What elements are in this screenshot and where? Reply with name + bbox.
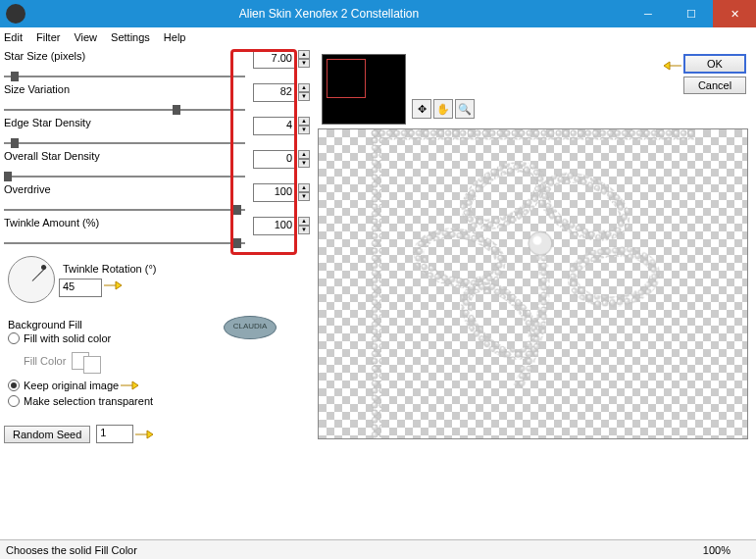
param-slider[interactable] bbox=[4, 142, 245, 144]
radio-make-transparent[interactable]: Make selection transparent bbox=[8, 395, 314, 407]
menu-bar: Edit Filter View Settings Help bbox=[0, 27, 756, 46]
pointer-icon bbox=[662, 58, 683, 74]
minimize-button[interactable]: ─ bbox=[627, 0, 670, 27]
param-input[interactable]: 100 bbox=[253, 183, 296, 202]
param-spinner[interactable]: ▲▼ bbox=[298, 83, 310, 102]
ok-button[interactable]: OK bbox=[683, 54, 746, 74]
param-label: Overall Star Density bbox=[4, 150, 100, 162]
menu-view[interactable]: View bbox=[74, 31, 97, 43]
navigator-panel[interactable] bbox=[322, 54, 406, 125]
param-slider[interactable] bbox=[4, 76, 245, 77]
menu-edit[interactable]: Edit bbox=[4, 31, 23, 43]
svg-point-5 bbox=[535, 166, 633, 247]
preview-panel[interactable] bbox=[318, 128, 748, 439]
pointer-icon bbox=[133, 427, 155, 442]
menu-settings[interactable]: Settings bbox=[111, 31, 150, 43]
svg-point-4 bbox=[457, 155, 550, 236]
param-label: Edge Star Density bbox=[4, 117, 91, 128]
param-input[interactable]: 0 bbox=[253, 150, 296, 169]
hand-tool-icon[interactable]: ✋ bbox=[433, 99, 453, 119]
status-text: Chooses the solid Fill Color bbox=[6, 544, 137, 556]
param-spinner[interactable]: ▲▼ bbox=[298, 50, 310, 69]
random-seed-input[interactable]: 1 bbox=[96, 425, 133, 443]
svg-rect-3 bbox=[372, 129, 695, 140]
param-slider[interactable] bbox=[4, 209, 245, 211]
param-input[interactable]: 4 bbox=[253, 117, 296, 135]
maximize-button[interactable]: ☐ bbox=[670, 0, 713, 27]
param-spinner[interactable]: ▲▼ bbox=[298, 117, 310, 135]
watermark: CLAUDIA bbox=[224, 316, 277, 339]
param-slider[interactable] bbox=[4, 176, 245, 178]
zoom-tool-icon[interactable]: 🔍 bbox=[455, 99, 475, 119]
twinkle-rotation-dial[interactable] bbox=[8, 256, 55, 303]
preview-image bbox=[319, 129, 747, 438]
param-label: Overdrive bbox=[4, 183, 51, 195]
move-tool-icon[interactable]: ✥ bbox=[412, 99, 431, 119]
fill-color-swatch-alt[interactable] bbox=[83, 356, 101, 374]
window-title: Alien Skin Xenofex 2 Constellation bbox=[31, 7, 627, 21]
param-label: Twinkle Amount (%) bbox=[4, 217, 99, 229]
param-label: Size Variation bbox=[4, 83, 70, 95]
app-icon bbox=[6, 4, 25, 24]
close-button[interactable]: ✕ bbox=[713, 0, 756, 27]
param-slider[interactable] bbox=[4, 242, 245, 244]
svg-rect-2 bbox=[372, 129, 382, 438]
svg-point-7 bbox=[571, 248, 657, 305]
cancel-button[interactable]: Cancel bbox=[683, 76, 746, 94]
param-spinner[interactable]: ▲▼ bbox=[298, 150, 310, 169]
param-input[interactable]: 7.00 bbox=[253, 50, 296, 69]
param-spinner[interactable]: ▲▼ bbox=[298, 183, 310, 202]
param-label: Star Size (pixels) bbox=[4, 50, 85, 62]
param-input[interactable]: 82 bbox=[253, 83, 296, 102]
param-input[interactable]: 100 bbox=[253, 217, 296, 235]
menu-filter[interactable]: Filter bbox=[36, 31, 60, 43]
svg-point-6 bbox=[415, 228, 504, 289]
param-spinner[interactable]: ▲▼ bbox=[298, 217, 310, 235]
twinkle-rotation-label: Twinkle Rotation (°) bbox=[63, 263, 157, 275]
fill-color-label: Fill Color bbox=[24, 355, 66, 367]
svg-point-10 bbox=[533, 236, 542, 245]
pointer-icon bbox=[102, 278, 124, 293]
random-seed-button[interactable]: Random Seed bbox=[4, 426, 90, 443]
status-zoom: 100% bbox=[703, 544, 731, 556]
radio-keep-original[interactable]: Keep original image bbox=[8, 378, 314, 393]
param-slider[interactable] bbox=[4, 109, 245, 111]
menu-help[interactable]: Help bbox=[164, 31, 186, 43]
twinkle-rotation-input[interactable]: 45 bbox=[59, 279, 102, 297]
navigator-viewport[interactable] bbox=[327, 59, 366, 98]
pointer-icon bbox=[119, 378, 140, 393]
